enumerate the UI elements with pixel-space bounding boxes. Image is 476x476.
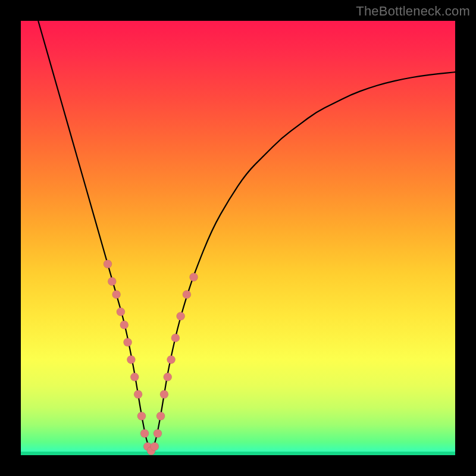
- bottleneck-curve-path: [38, 21, 455, 449]
- marker-dots: [104, 260, 198, 455]
- plot-area: [21, 21, 455, 455]
- chart-container: TheBottleneck.com: [0, 0, 476, 476]
- watermark-text: TheBottleneck.com: [356, 4, 470, 19]
- bottleneck-curve: [38, 21, 455, 449]
- plot-svg: [21, 21, 455, 455]
